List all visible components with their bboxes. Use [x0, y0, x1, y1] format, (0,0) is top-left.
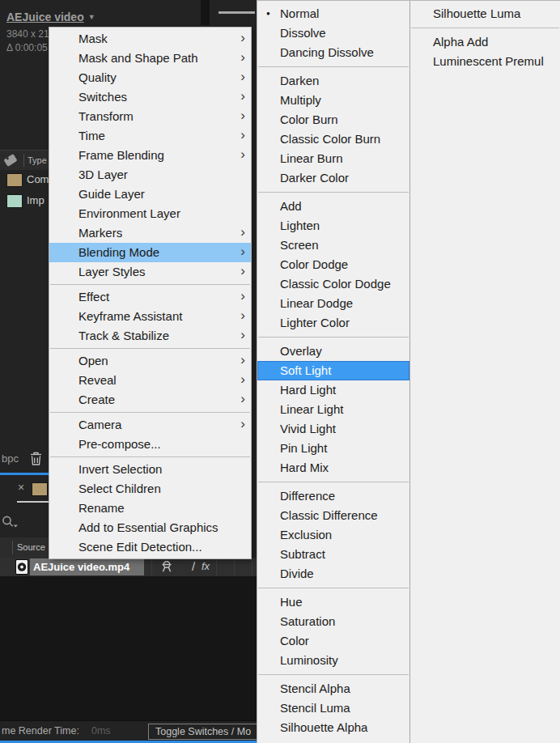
footage-color-swatch[interactable] — [6, 194, 23, 208]
quality-switch-icon[interactable]: / — [192, 559, 195, 573]
blending-mode-column-1: ●NormalDissolveDancing DissolveDarkenMul… — [257, 1, 410, 743]
color-depth-label[interactable]: bpc — [2, 452, 19, 465]
menu-item-mask-and-shape-path[interactable]: Mask and Shape Path› — [49, 49, 251, 68]
menu-item-lighten[interactable]: Lighten — [257, 216, 409, 236]
menu-item-luminosity[interactable]: Luminosity — [257, 651, 409, 670]
menu-item-vivid-light[interactable]: Vivid Light — [257, 419, 409, 439]
menu-item-pin-light[interactable]: Pin Light — [257, 439, 409, 458]
menu-item-classic-color-burn[interactable]: Classic Color Burn — [257, 129, 409, 149]
panel-divider — [201, 0, 210, 25]
project-type-column-header[interactable]: Type — [0, 150, 49, 170]
menu-item-luminescent-premul[interactable]: Luminescent Premul — [410, 52, 560, 71]
menu-item-screen[interactable]: Screen — [257, 236, 409, 255]
menu-item-subtract[interactable]: Subtract — [257, 545, 409, 564]
column-divider[interactable] — [12, 541, 13, 554]
menu-item-select-children[interactable]: Select Children — [49, 479, 251, 499]
chevron-down-icon[interactable]: ▼ — [88, 13, 95, 21]
blending-mode-submenu: ●NormalDissolveDancing DissolveDarkenMul… — [257, 0, 560, 743]
menu-separator — [50, 456, 250, 457]
menu-item-transform[interactable]: Transform› — [49, 107, 251, 126]
menu-item-3d-layer[interactable]: 3D Layer — [49, 165, 251, 185]
trash-icon[interactable] — [29, 451, 43, 466]
menu-item-switches[interactable]: Switches› — [49, 87, 251, 107]
menu-item-label: Luminosity — [280, 653, 338, 667]
menu-item-frame-blending[interactable]: Frame Blending› — [49, 146, 251, 165]
menu-item-saturation[interactable]: Saturation — [257, 612, 409, 631]
menu-item-exclusion[interactable]: Exclusion — [257, 525, 409, 545]
menu-item-stencil-luma[interactable]: Stencil Luma — [257, 698, 409, 718]
menu-item-linear-dodge[interactable]: Linear Dodge — [257, 294, 409, 313]
menu-item-open[interactable]: Open› — [49, 351, 251, 371]
menu-item-soft-light[interactable]: Soft Light — [257, 361, 409, 380]
menu-item-linear-light[interactable]: Linear Light — [257, 400, 409, 419]
selected-layer-nameplate[interactable]: AEJuice video.mp4 — [30, 558, 144, 575]
menu-item-rename[interactable]: Rename — [49, 499, 251, 518]
menu-item-darker-color[interactable]: Darker Color — [257, 168, 409, 188]
menu-item-create[interactable]: Create› — [49, 390, 251, 410]
menu-item-silhouette-luma[interactable]: Silhouette Luma — [410, 4, 560, 23]
menu-item-environment-layer[interactable]: Environment Layer — [49, 204, 251, 223]
menu-item-invert-selection[interactable]: Invert Selection — [49, 460, 251, 479]
menu-item-mask[interactable]: Mask› — [49, 29, 251, 49]
menu-item-effect[interactable]: Effect› — [49, 287, 251, 307]
column-divider[interactable] — [23, 154, 24, 167]
menu-item-classic-color-dodge[interactable]: Classic Color Dodge — [257, 274, 409, 294]
menu-item-color-burn[interactable]: Color Burn — [257, 110, 409, 129]
menu-item-track-stabilize[interactable]: Track & Stabilize› — [49, 326, 251, 346]
type-column-label: Type — [28, 151, 47, 170]
close-tab-icon[interactable]: × — [18, 481, 24, 494]
project-item-composition[interactable]: Com — [0, 169, 49, 190]
menu-item-camera[interactable]: Camera› — [49, 415, 251, 435]
menu-item-label: Linear Burn — [280, 151, 343, 165]
menu-item-scene-edit-detection[interactable]: Scene Edit Detection... — [49, 537, 251, 557]
menu-item-color[interactable]: Color — [257, 631, 409, 651]
menu-item-label: Vivid Light — [280, 422, 336, 435]
menu-item-linear-burn[interactable]: Linear Burn — [257, 149, 409, 168]
menu-item-pre-compose[interactable]: Pre-compose... — [49, 435, 251, 454]
menu-item-darken[interactable]: Darken — [257, 71, 409, 91]
menu-item-label: Linear Dodge — [280, 296, 353, 310]
timeline-empty-area[interactable] — [0, 576, 257, 720]
toggle-switches-modes-button[interactable]: Toggle Switches / Mo — [148, 724, 261, 740]
menu-item-divide[interactable]: Divide — [257, 564, 409, 584]
composition-name-link[interactable]: AEJuice video — [6, 11, 84, 23]
source-column-header[interactable]: Source — [0, 537, 49, 558]
menu-item-layer-styles[interactable]: Layer Styles› — [49, 262, 251, 282]
menu-item-hard-light[interactable]: Hard Light — [257, 380, 409, 400]
menu-item-overlay[interactable]: Overlay — [257, 342, 409, 361]
scrollbar-fragment[interactable] — [218, 11, 255, 14]
menu-item-keyframe-assistant[interactable]: Keyframe Assistant› — [49, 307, 251, 326]
menu-item-label: Darken — [280, 74, 319, 87]
fx-switch-icon[interactable]: fx — [202, 560, 210, 572]
menu-item-markers[interactable]: Markers› — [49, 223, 251, 243]
menu-item-reveal[interactable]: Reveal› — [49, 371, 251, 390]
composition-color-swatch[interactable] — [6, 173, 23, 187]
menu-item-classic-difference[interactable]: Classic Difference — [257, 506, 409, 525]
menu-item-label: Classic Color Burn — [280, 132, 380, 146]
menu-item-stencil-alpha[interactable]: Stencil Alpha — [257, 679, 409, 698]
menu-item-silhouette-alpha[interactable]: Silhouette Alpha — [257, 718, 409, 737]
menu-item-color-dodge[interactable]: Color Dodge — [257, 255, 409, 274]
menu-item-quality[interactable]: Quality› — [49, 68, 251, 87]
project-item-footage[interactable]: Imp — [0, 190, 49, 211]
submenu-arrow-icon: › — [240, 28, 245, 48]
menu-item-alpha-add[interactable]: Alpha Add — [410, 32, 560, 52]
menu-item-blending-mode[interactable]: Blending Mode› — [49, 243, 251, 262]
menu-item-normal[interactable]: ●Normal — [257, 4, 409, 23]
menu-item-add-to-essential-graphics[interactable]: Add to Essential Graphics — [49, 518, 251, 537]
menu-item-dancing-dissolve[interactable]: Dancing Dissolve — [257, 43, 409, 62]
parent-pick-whip-icon[interactable] — [159, 560, 174, 574]
menu-item-dissolve[interactable]: Dissolve — [257, 23, 409, 43]
timeline-search[interactable] — [2, 515, 19, 534]
menu-item-lighter-color[interactable]: Lighter Color — [257, 313, 409, 333]
menu-item-add[interactable]: Add — [257, 197, 409, 216]
menu-item-multiply[interactable]: Multiply — [257, 91, 409, 110]
menu-item-guide-layer[interactable]: Guide Layer — [49, 185, 251, 204]
timeline-comp-color-swatch[interactable] — [32, 482, 48, 496]
timeline-layer-row[interactable]: AEJuice video.mp4 / fx — [0, 558, 257, 576]
menu-item-hard-mix[interactable]: Hard Mix — [257, 458, 409, 478]
menu-item-hue[interactable]: Hue — [257, 592, 409, 612]
menu-item-difference[interactable]: Difference — [257, 486, 409, 506]
menu-item-label: Dancing Dissolve — [280, 45, 374, 59]
menu-item-time[interactable]: Time› — [49, 126, 251, 146]
